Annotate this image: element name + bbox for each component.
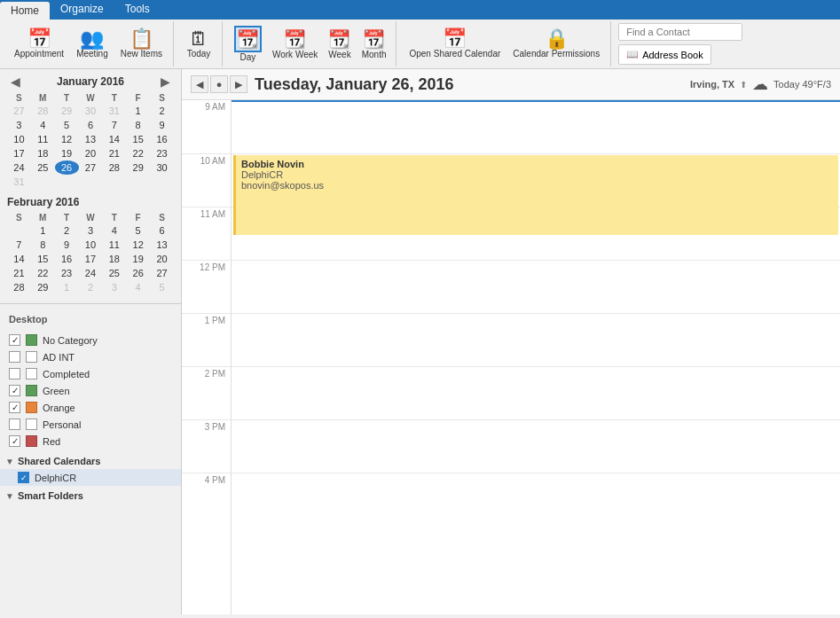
feb-cal-day[interactable]: 27 [150,266,174,280]
location-arrow[interactable]: ⬆ [740,80,747,90]
work-week-button[interactable]: 📆 Work Week [268,27,322,61]
week-button[interactable]: 📆 Week [324,27,355,61]
jan-cal-day[interactable] [31,175,55,189]
feb-cal-day[interactable]: 13 [150,238,174,252]
feb-cal-day[interactable]: 12 [126,238,150,252]
jan-cal-day[interactable]: 29 [126,160,150,175]
jan-cal-day[interactable]: 21 [102,146,126,160]
jan-cal-day[interactable]: 30 [79,104,103,118]
jan-cal-day[interactable]: 4 [31,118,55,132]
feb-cal-day[interactable]: 22 [31,266,55,280]
feb-cal-day[interactable]: 7 [7,238,31,252]
jan-cal-day[interactable]: 30 [150,160,174,175]
jan-cal-day[interactable]: 27 [79,160,103,175]
category-no-category[interactable]: No Category [0,332,181,348]
jan-cal-day[interactable]: 15 [126,132,150,146]
address-book-button[interactable]: 📖 Address Book [618,44,710,65]
jan-cal-day[interactable]: 12 [55,132,79,146]
category-red[interactable]: Red [0,433,181,450]
appointment-button[interactable]: 📅 Appointment [9,27,69,60]
feb-cal-day[interactable]: 3 [79,223,103,238]
feb-cal-day[interactable]: 10 [79,238,103,252]
feb-cal-day[interactable]: 4 [126,280,150,294]
day-button[interactable]: 📆 Day [230,24,266,64]
feb-cal-day[interactable]: 28 [7,280,31,294]
jan-cal-day[interactable]: 8 [126,118,150,132]
feb-cal-day[interactable]: 19 [126,252,150,266]
tab-tools[interactable]: Tools [114,0,161,20]
ad-int-checkbox[interactable] [9,351,20,363]
jan-cal-day[interactable]: 29 [55,104,79,118]
jan-cal-day[interactable]: 28 [31,104,55,118]
meeting-button[interactable]: 👥 Meeting [71,27,114,60]
jan-cal-day[interactable]: 18 [31,146,55,160]
new-items-button[interactable]: 📋 New Items [115,27,168,60]
cal-next-button[interactable]: ▶ [230,75,247,93]
cal-prev-button[interactable]: ◀ [191,75,208,93]
jan-cal-day[interactable] [102,175,126,189]
feb-cal-day[interactable]: 24 [79,266,103,280]
delphi-cr-checkbox[interactable] [18,472,29,483]
feb-cal-day[interactable]: 11 [102,238,126,252]
feb-cal-day[interactable]: 21 [7,266,31,280]
personal-checkbox[interactable] [9,419,20,430]
orange-checkbox[interactable] [9,402,20,413]
jan-cal-day[interactable] [126,175,150,189]
feb-cal-day[interactable]: 17 [79,252,103,266]
jan-cal-day[interactable]: 28 [102,160,126,175]
jan-cal-day[interactable]: 16 [150,132,174,146]
jan-cal-day[interactable]: 9 [150,118,174,132]
shared-calendars-section[interactable]: ▼ Shared Calendars [0,453,181,469]
jan-cal-day[interactable]: 13 [79,132,103,146]
feb-cal-day[interactable]: 5 [150,280,174,294]
category-orange[interactable]: Orange [0,399,181,416]
no-category-checkbox[interactable] [9,334,20,346]
feb-cal-day[interactable]: 4 [102,223,126,238]
category-completed[interactable]: Completed [0,365,181,382]
category-personal[interactable]: Personal [0,416,181,433]
jan-cal-day[interactable]: 23 [150,146,174,160]
feb-cal-day[interactable]: 8 [31,238,55,252]
feb-cal-day[interactable]: 29 [31,280,55,294]
feb-cal-day[interactable]: 25 [102,266,126,280]
cal-today-nav-button[interactable]: ● [210,75,228,93]
jan-cal-day[interactable]: 26 [55,160,79,175]
feb-cal-day[interactable]: 18 [102,252,126,266]
today-button[interactable]: 🗓 Today [181,27,216,60]
jan-cal-day[interactable]: 10 [7,132,31,146]
next-month-button[interactable]: ▶ [157,74,174,89]
open-shared-calendar-button[interactable]: 📅 Open Shared Calendar [404,27,506,60]
feb-cal-day[interactable]: 5 [126,223,150,238]
feb-cal-day[interactable]: 1 [55,280,79,294]
tab-organize[interactable]: Organize [50,0,114,20]
feb-cal-day[interactable]: 14 [7,252,31,266]
tab-home[interactable]: Home [0,2,50,20]
jan-cal-day[interactable] [150,175,174,189]
feb-cal-day[interactable]: 2 [79,280,103,294]
feb-cal-day[interactable]: 23 [55,266,79,280]
prev-month-button[interactable]: ◀ [7,74,24,89]
jan-cal-day[interactable]: 7 [102,118,126,132]
jan-cal-day[interactable]: 27 [7,104,31,118]
feb-cal-day[interactable]: 26 [126,266,150,280]
calendar-event[interactable]: Bobbie Novin DelphiCR bnovin@skopos.us [233,155,838,235]
smart-folders-section[interactable]: ▼ Smart Folders [0,488,181,504]
feb-cal-day[interactable]: 3 [102,280,126,294]
jan-cal-day[interactable]: 6 [79,118,103,132]
jan-cal-day[interactable]: 3 [7,118,31,132]
jan-cal-day[interactable]: 5 [55,118,79,132]
jan-cal-day[interactable]: 14 [102,132,126,146]
completed-checkbox[interactable] [9,368,20,379]
calendar-permissions-button[interactable]: 🔒 Calendar Permissions [507,27,605,60]
delphi-cr-calendar[interactable]: DelphiCR [0,469,181,486]
jan-cal-day[interactable]: 19 [55,146,79,160]
find-contact-input[interactable] [618,23,742,41]
jan-cal-day[interactable]: 31 [7,175,31,189]
feb-cal-day[interactable] [7,223,31,238]
feb-cal-day[interactable]: 16 [55,252,79,266]
red-checkbox[interactable] [9,435,20,447]
jan-cal-day[interactable]: 31 [102,104,126,118]
jan-cal-day[interactable] [79,175,103,189]
jan-cal-day[interactable]: 20 [79,146,103,160]
jan-cal-day[interactable]: 1 [126,104,150,118]
